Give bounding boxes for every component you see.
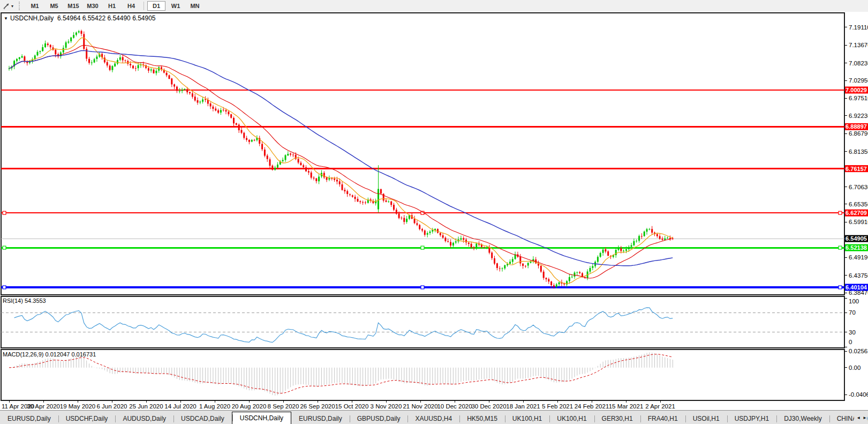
date-axis: 11 Apr 202030 Apr 202019 May 20206 Jun 2… (2, 400, 675, 410)
chart-tab-usdjpy-h1[interactable]: USDJPY,H1 (727, 413, 776, 424)
macd-values: 0.012047 0.016731 (45, 351, 96, 358)
chart-tab-usoil-h1[interactable]: USOil,H1 (685, 413, 727, 424)
tab-scroll-left-icon[interactable]: ◄ (856, 415, 861, 420)
date-axis-label: 1 Aug 2020 (199, 403, 230, 410)
toolbar-gripper[interactable] (19, 2, 22, 10)
hline-handle-middle[interactable] (421, 286, 424, 289)
price-axis-tick-label: 7.02950 (849, 77, 868, 84)
hline-handle-left[interactable] (3, 286, 6, 289)
macd-axis-label: 0.025623 (849, 348, 868, 354)
date-axis-label: 24 Feb 2021 (575, 403, 609, 410)
timeframe-button-m30[interactable]: M30 (84, 1, 102, 11)
hline-price-label: 6.52138 (846, 244, 867, 251)
rsi-axis-label: 0 (849, 339, 852, 345)
cursor-tool-icon (3, 2, 10, 10)
date-axis-label: 21 Nov 2020 (403, 403, 437, 410)
price-axis-tick-label: 7.13670 (849, 42, 868, 48)
date-axis-label: 30 Apr 2020 (27, 403, 60, 410)
chevron-down-icon: ▾ (11, 4, 13, 9)
top-toolbar: ▾ M1M5M15M30H1H4D1W1MN (0, 0, 868, 12)
symbol-tabbar: EURUSD,DailyUSDCHF,DailyAUDUSD,DailyUSDC… (0, 410, 868, 424)
price-axis: 7.191107.136707.082307.029506.975106.922… (844, 24, 868, 296)
hline-price-label: 6.62709 (846, 210, 867, 216)
date-axis-label: 19 May 2020 (60, 403, 96, 410)
chart-tab-gbpusd-daily[interactable]: GBPUSD,Daily (350, 413, 408, 424)
timeframe-button-h1[interactable]: H1 (103, 1, 121, 11)
price-axis-tick-label: 6.81350 (849, 148, 868, 155)
ohlc-close: 6.54905 (132, 14, 155, 22)
price-axis-tick-label: 6.65350 (849, 201, 868, 207)
hline-handle-right[interactable] (839, 211, 842, 214)
price-axis-tick-label: 7.19110 (849, 24, 868, 31)
tab-scroll-arrows: ◄ ► (854, 411, 867, 424)
macd-name: MACD(12,26,9) (3, 351, 43, 358)
date-axis-label: 15 Oct 2020 (335, 403, 369, 410)
chart-tab-fra40-h1[interactable]: FRA40,H1 (640, 413, 685, 424)
timeframe-button-m15[interactable]: M15 (64, 1, 82, 11)
macd-axis-label: -0.040687 (849, 391, 868, 398)
chart-tab-ger30-h1[interactable]: GER30,H1 (594, 413, 640, 424)
price-axis-tick-label: 6.70630 (849, 184, 868, 190)
chart-window: 7.191107.136707.082307.029506.975106.922… (0, 12, 868, 410)
hline-handle-left[interactable] (3, 246, 6, 249)
macd-axis-label: 0.00 (849, 365, 861, 371)
rsi-value: 54.3553 (25, 297, 46, 304)
rsi-name: RSI(14) (3, 297, 23, 304)
ohlc-low: 6.54490 (107, 14, 130, 22)
toolbar-separator (144, 2, 144, 10)
date-axis-label: 14 Jul 2020 (164, 403, 196, 410)
chart-tab-usdcad-daily[interactable]: USDCAD,Daily (173, 413, 232, 424)
chart-menu-arrow-icon[interactable]: ▼ (4, 16, 8, 21)
chart-title: ▼USDCNH,Daily 6.54964 6.55422 6.54490 6.… (4, 14, 156, 22)
timeframe-button-mn[interactable]: MN (186, 1, 204, 11)
chart-tab-eurusd-daily[interactable]: EURUSD,Daily (0, 413, 58, 424)
date-axis-label: 20 Aug 2020 (232, 403, 267, 410)
date-axis-label: 15 Mar 2021 (609, 403, 644, 410)
tab-scroll-right-icon[interactable]: ► (863, 415, 867, 420)
price-axis-tick-label: 6.86790 (849, 130, 868, 137)
rsi-axis-label: 30 (849, 329, 856, 336)
chart-tab-audusd-daily[interactable]: AUDUSD,Daily (115, 413, 173, 424)
rsi-axis-label: 70 (849, 309, 856, 316)
ohlc-open: 6.54964 (57, 14, 80, 22)
chart-tab-hk50-m15[interactable]: HK50,M15 (459, 413, 505, 424)
hline-price-label: 6.76157 (846, 166, 867, 172)
hline-handle-right[interactable] (839, 246, 842, 249)
hline-handle-right[interactable] (839, 286, 842, 289)
timeframe-button-h4[interactable]: H4 (122, 1, 140, 11)
timeframe-button-m5[interactable]: M5 (45, 1, 63, 11)
price-axis-tick-label: 6.97510 (849, 95, 868, 101)
rsi-axis-label: 100 (849, 298, 859, 304)
chart-tab-usdcnh-daily[interactable]: USDCNH,Daily (232, 412, 291, 424)
date-axis-label: 5 Feb 2021 (542, 403, 573, 410)
hline-price-label: 6.88897 (846, 123, 867, 130)
chart-tab-uk100-h1[interactable]: UK100,H1 (549, 413, 594, 424)
price-chart-svg: 7.191107.136707.082307.029506.975106.922… (0, 12, 868, 410)
cursor-tool-button[interactable]: ▾ (2, 2, 14, 10)
chart-tab-dj30-weekly[interactable]: DJ30,Weekly (776, 413, 829, 424)
date-axis-label: 10 Dec 2020 (437, 403, 472, 410)
date-axis-label: 6 Jun 2020 (97, 403, 127, 410)
date-axis-label: 30 Dec 2020 (471, 403, 506, 410)
chart-tab-eurusd-daily[interactable]: EURUSD,Daily (291, 413, 350, 424)
timeframe-button-d1[interactable]: D1 (147, 1, 165, 11)
timeframe-button-m1[interactable]: M1 (26, 1, 44, 11)
hline-price-label: 6.40104 (846, 284, 867, 291)
hline-handle-left[interactable] (3, 211, 6, 214)
price-axis-tick-label: 6.43750 (849, 272, 868, 279)
rsi-indicator-label: RSI(14) 54.3553 (3, 297, 46, 304)
hline-handle-middle[interactable] (421, 246, 424, 249)
date-axis-label: 2 Apr 2021 (645, 403, 675, 410)
date-axis-label: 26 Sep 2020 (300, 403, 335, 410)
chart-symbol-timeframe: USDCNH,Daily (10, 14, 54, 22)
date-axis-label: 3 Nov 2020 (371, 403, 402, 410)
date-axis-label: 8 Sep 2020 (268, 403, 299, 410)
current-price-label: 6.54905 (846, 235, 867, 242)
ohlc-high: 6.55422 (82, 14, 105, 22)
chart-tab-xauusd-h4[interactable]: XAUUSD,H4 (407, 413, 459, 424)
timeframe-button-w1[interactable]: W1 (167, 1, 185, 11)
chart-tab-usdchf-daily[interactable]: USDCHF,Daily (58, 413, 116, 424)
chart-tab-uk100-h1[interactable]: UK100,H1 (505, 413, 549, 424)
price-axis-tick-label: 7.08230 (849, 60, 868, 66)
date-axis-label: 18 Jan 2021 (506, 403, 540, 410)
